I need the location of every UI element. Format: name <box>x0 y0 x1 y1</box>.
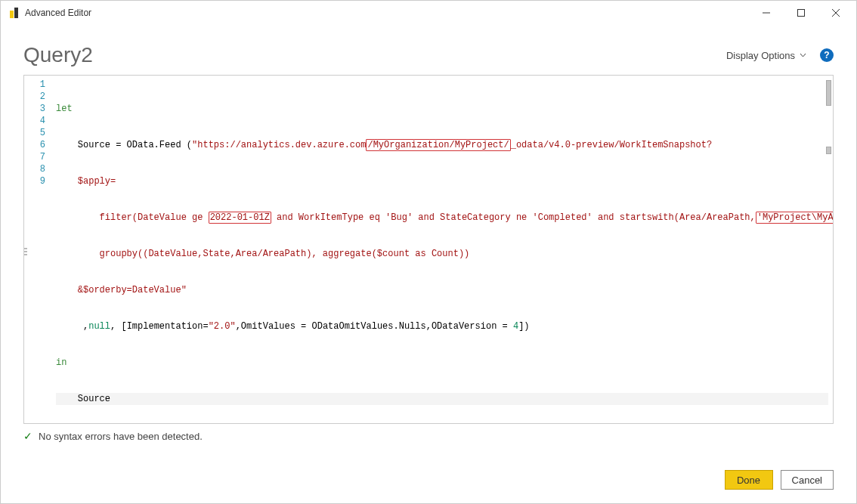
line-number: 9 <box>24 175 45 187</box>
line-number: 1 <box>24 79 45 91</box>
highlight-area-path: 'MyProject\MyAreaPath'))/ <box>756 212 833 224</box>
code-token: null <box>88 321 110 332</box>
footer-buttons: Done Cancel <box>725 470 834 490</box>
code-token: _odata/v4.0-preview/WorkItemSnapshot? <box>511 140 712 150</box>
code-area[interactable]: let Source = OData.Feed ("https://analyt… <box>51 76 833 423</box>
highlight-date: 2022-01-01Z <box>209 212 271 224</box>
line-number: 6 <box>24 139 45 151</box>
code-token: ,OmitValues = ODataOmitValues.Nulls,ODat… <box>236 321 513 332</box>
code-editor[interactable]: 1 2 3 4 5 6 7 8 9 let Source = OData.Fee… <box>23 75 834 424</box>
overview-ruler-mark <box>826 147 831 154</box>
code-token: &$orderby=DateValue" <box>56 285 187 295</box>
close-button[interactable] <box>818 2 853 24</box>
chevron-down-icon <box>800 53 806 57</box>
code-token: groupby((DateValue,State,Area/AreaPath),… <box>56 249 469 259</box>
code-token: Source <box>56 394 110 404</box>
code-token: "2.0" <box>209 321 236 332</box>
cancel-button[interactable]: Cancel <box>781 470 834 490</box>
help-icon[interactable]: ? <box>820 48 834 62</box>
svg-rect-1 <box>798 9 805 16</box>
code-token: let <box>56 104 73 114</box>
code-token: , [Implementation= <box>110 321 209 332</box>
minimize-icon <box>763 9 770 17</box>
highlight-org-project: /MyOrganization/MyProject/ <box>366 139 510 151</box>
status-message: No syntax errors have been detected. <box>39 431 203 442</box>
close-icon <box>832 9 840 17</box>
code-token: "https://analytics.dev.azure.com <box>192 140 366 150</box>
code-token: filter(DateValue ge <box>56 212 209 223</box>
line-number-gutter: 1 2 3 4 5 6 7 8 9 <box>24 76 51 423</box>
line-number: 4 <box>24 115 45 127</box>
code-token: ]) <box>518 321 529 332</box>
app-icon <box>8 8 19 18</box>
line-number: 8 <box>24 163 45 175</box>
window-title: Advanced Editor <box>25 8 91 18</box>
code-token: $apply= <box>56 176 116 187</box>
line-number: 7 <box>24 151 45 163</box>
code-token: Source = OData.Feed ( <box>56 140 192 150</box>
check-icon: ✓ <box>23 430 32 442</box>
code-token: , <box>56 321 88 332</box>
code-token: and WorkItemType eq 'Bug' and StateCateg… <box>271 212 756 223</box>
line-number: 2 <box>24 91 45 103</box>
header: Query2 Display Options ? <box>1 25 856 75</box>
code-token: in <box>56 357 67 368</box>
line-number: 5 <box>24 127 45 139</box>
display-options-dropdown[interactable]: Display Options <box>726 50 806 61</box>
title-bar: Advanced Editor <box>1 1 856 25</box>
maximize-icon <box>797 9 805 17</box>
status-bar: ✓ No syntax errors have been detected. <box>1 424 856 442</box>
display-options-label: Display Options <box>726 50 795 61</box>
line-number: 3 <box>24 103 45 115</box>
query-name: Query2 <box>23 43 726 67</box>
maximize-button[interactable] <box>784 2 818 24</box>
minimize-button[interactable] <box>749 2 784 24</box>
overview-ruler-mark <box>826 80 831 106</box>
done-button[interactable]: Done <box>725 470 773 490</box>
